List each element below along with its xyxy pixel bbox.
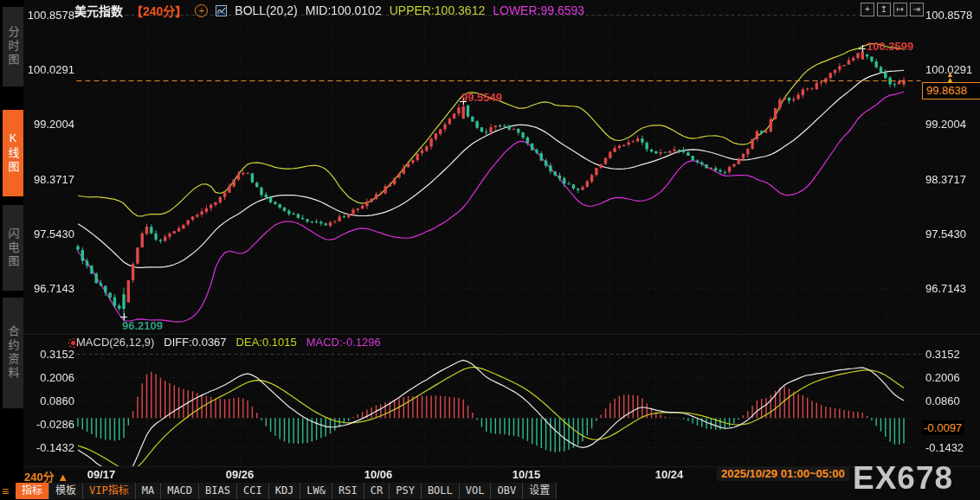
macd-tick-left: -0.1432 <box>16 441 74 454</box>
macd-label: MACD(26,12,9) <box>76 336 154 349</box>
sidebar-item-contract-info[interactable]: 合约资料 <box>3 298 23 408</box>
price-tick-right: 96.7143 <box>925 282 966 295</box>
chart-thumbnail-icon[interactable] <box>216 5 227 16</box>
macd-dea-value: DEA:0.1015 <box>236 336 297 349</box>
sidebar: 分时图K线图闪电图合约资料 <box>0 0 23 500</box>
toolbar-item-10[interactable]: RSI <box>332 483 364 499</box>
boll-lower-value: LOWER:99.6593 <box>493 3 584 17</box>
candlestick-chart-canvas <box>0 0 980 500</box>
swing-high-annotation: 99.5549 <box>461 91 502 104</box>
chart-header: 美元指数 【240分】 + BOLL(20,2) MID:100.0102 UP… <box>74 2 584 19</box>
price-tick-left: 100.0291 <box>16 63 74 76</box>
menu-icon[interactable]: ≡ <box>2 484 9 498</box>
period-up-arrow-icon: ▲ <box>57 471 68 484</box>
macd-tick-right: 0.2006 <box>925 371 960 384</box>
toolbar-item-4[interactable]: MA <box>136 483 161 499</box>
macd-tick-right: 0.0860 <box>925 394 960 407</box>
boll-upper-value: UPPER:100.3612 <box>390 3 486 17</box>
crosshair-tool-icon[interactable]: + <box>861 3 874 16</box>
toolbar-item-3[interactable]: VIP指标 <box>83 483 136 499</box>
period-label: 【240分】 <box>131 2 187 19</box>
macd-header: MACD(26,12,9) DIFF:0.0367 DEA:0.1015 MAC… <box>76 336 381 349</box>
x-axis-date: 10/15 <box>513 468 541 481</box>
watermark-logo: EX678 <box>853 460 953 497</box>
toolbar-item-13[interactable]: BOLL <box>422 483 460 499</box>
sidebar-item-kline-chart[interactable]: K线图 <box>3 110 23 196</box>
price-tick-left: 99.2004 <box>16 118 74 131</box>
current-macd-box: -0.0097 <box>921 420 964 435</box>
pop-out-tool-icon[interactable]: ⇥ <box>910 3 924 16</box>
boll-label: BOLL(20,2) <box>235 3 297 17</box>
add-indicator-icon[interactable]: + <box>195 4 208 17</box>
x-axis-date: 09/17 <box>87 468 116 481</box>
x-axis-date: 09/26 <box>226 468 255 481</box>
price-tick-left: 96.7143 <box>16 282 74 295</box>
sidebar-item-lightning-chart[interactable]: 闪电图 <box>3 205 23 291</box>
price-up-arrow-icon: ▲▲ <box>946 72 954 82</box>
indicator-toolbar: 指标模板VIP指标MAMACDBIASCCIKDJLW&RSICRPSYBOLL… <box>16 483 557 499</box>
chart-toolbar-top-right: +↥↦⇥ <box>861 3 924 16</box>
macd-diff-value: DIFF:0.0367 <box>164 336 226 349</box>
x-axis-date: 10/06 <box>364 468 393 481</box>
boll-mid-value: MID:100.0102 <box>306 3 382 17</box>
price-tick-right: 99.2004 <box>925 118 966 131</box>
sidebar-item-time-chart[interactable]: 分时图 <box>3 7 23 87</box>
toolbar-item-8[interactable]: KDJ <box>269 483 301 499</box>
price-tick-left: 100.8578 <box>16 9 74 22</box>
toolbar-item-11[interactable]: CR <box>364 483 390 499</box>
macd-tick-right: 0.3152 <box>925 348 960 361</box>
scale-right-tool-icon[interactable]: ↦ <box>893 3 907 16</box>
toolbar-item-7[interactable]: CCI <box>237 483 269 499</box>
high-price-annotation: 100.3599 <box>867 40 913 53</box>
toolbar-item-1[interactable]: 指标 <box>16 483 49 499</box>
price-tick-left: 97.5430 <box>16 227 74 240</box>
macd-tick-left: 0.2006 <box>16 371 74 384</box>
toolbar-item-15[interactable]: OBV <box>491 483 523 499</box>
current-bar-time: 2025/10/29 01:00~05:00 <box>717 466 849 481</box>
toolbar-item-16[interactable]: 设置 <box>523 483 557 499</box>
macd-tick-left: 0.3152 <box>16 348 74 361</box>
current-price-box: 99.8638 <box>922 82 980 99</box>
toolbar-item-5[interactable]: MACD <box>161 483 199 499</box>
toolbar-item-12[interactable]: PSY <box>390 483 422 499</box>
price-tick-left: 98.3717 <box>16 172 74 185</box>
price-tick-right: 98.3717 <box>925 172 966 185</box>
toolbar-item-2[interactable]: 模板 <box>49 483 83 499</box>
macd-tick-left: -0.0286 <box>16 418 74 431</box>
low-price-annotation: 96.2109 <box>122 319 163 332</box>
x-axis-date: 10/24 <box>655 468 684 481</box>
toolbar-item-6[interactable]: BIAS <box>199 483 237 499</box>
macd-tick-left: 0.0860 <box>16 394 74 407</box>
toolbar-item-14[interactable]: VOL <box>460 483 492 499</box>
macd-macd-value: MACD:-0.1296 <box>306 336 381 349</box>
price-tick-right: 97.5430 <box>925 227 966 240</box>
price-tick-right: 100.8578 <box>925 9 972 22</box>
symbol-name: 美元指数 <box>74 2 123 19</box>
chart-window: { "header": { "symbol": "美元指数", "period"… <box>0 0 980 500</box>
macd-tick-right: -0.1432 <box>925 441 964 454</box>
toolbar-item-9[interactable]: LW& <box>300 483 332 499</box>
scale-left-tool-icon[interactable]: ↥ <box>877 3 891 16</box>
